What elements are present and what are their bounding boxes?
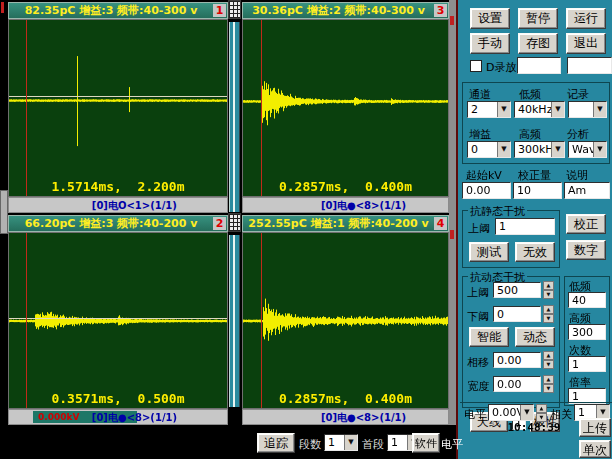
run-button[interactable]: 运行 xyxy=(566,8,606,29)
start-kv-field[interactable]: 0.00 xyxy=(462,182,511,199)
analysis-select[interactable]: Wave ▼ xyxy=(568,141,607,158)
panel-3-waveform-display[interactable]: 0.3571ms, 0.500m xyxy=(8,232,228,409)
dynamic-noise-group: 抗动态干扰 上阈 500 ▲ ▼ 下阈 0 ▲ ▼ 智能 动态 相移 0.00 … xyxy=(462,276,560,408)
start-kv-label: 起始kV xyxy=(466,168,502,183)
waveform-panel-4: 252.55pC 增益:1 频带:40-200 v 4 0.2857ms, 0.… xyxy=(242,215,449,425)
static-noise-group-title: 抗静态干扰 xyxy=(468,204,527,219)
panel-4-header[interactable]: 252.55pC 增益:1 频带:40-200 v 4 xyxy=(242,215,449,232)
spin-up-icon[interactable]: ▲ xyxy=(543,375,554,384)
record-field-1[interactable] xyxy=(517,57,561,74)
gain-label: 增益 xyxy=(469,127,491,142)
chevron-down-icon[interactable]: ▼ xyxy=(551,102,564,117)
dynamic-upper-field[interactable]: 500 xyxy=(493,282,541,298)
chevron-down-icon[interactable]: ▼ xyxy=(551,142,564,157)
record-label: 记录 xyxy=(567,87,589,102)
correction-field[interactable]: 10 xyxy=(513,182,562,199)
chevron-down-icon[interactable]: ▼ xyxy=(497,102,510,117)
dynamic-lower-field[interactable]: 0 xyxy=(493,306,541,322)
smart-button[interactable]: 智能 xyxy=(469,327,509,347)
frequency-column-group: 低频 40 高频 300 次数 1 倍率 1 xyxy=(564,276,610,406)
software-button[interactable]: 软件 xyxy=(412,433,440,453)
clock-readout: 10:48:39 xyxy=(494,421,574,434)
record-field-2[interactable] xyxy=(567,57,612,74)
dynamic-button[interactable]: 动态 xyxy=(515,327,555,347)
low-freq-label: 低频 xyxy=(519,87,541,102)
width-spinner[interactable]: ▲ ▼ xyxy=(543,375,554,393)
panel-2-title: 30.36pC 增益:2 频带:40-300 v xyxy=(243,3,434,18)
spin-down-icon[interactable]: ▼ xyxy=(543,384,554,393)
freq-low-field[interactable]: 40 xyxy=(568,292,606,308)
panel-3-waveform-canvas xyxy=(9,233,227,408)
gain-select[interactable]: 0 ▼ xyxy=(467,141,511,158)
trace-button[interactable]: 追踪 xyxy=(257,433,295,453)
times-field[interactable]: 1 xyxy=(568,356,606,372)
spin-down-icon[interactable]: ▼ xyxy=(543,290,554,299)
spin-down-icon[interactable]: ▼ xyxy=(543,360,554,369)
phase-spinner[interactable]: ▲ ▼ xyxy=(543,351,554,369)
spin-down-icon[interactable]: ▼ xyxy=(543,314,554,323)
dynamic-lower-spinner[interactable]: ▲ ▼ xyxy=(543,305,554,323)
chevron-down-icon[interactable]: ▼ xyxy=(497,142,510,157)
chevron-down-icon[interactable]: ▼ xyxy=(344,435,357,450)
waveform-panel-3: 66.20pC 增益:3 频带:40-200 v 2 0.3571ms, 0.5… xyxy=(8,215,228,425)
level-spinner[interactable]: ▲ ▼ xyxy=(536,404,547,422)
exit-button[interactable]: 退出 xyxy=(566,33,606,54)
settings-button[interactable]: 设置 xyxy=(470,8,510,29)
width-field[interactable]: 0.00 xyxy=(493,376,541,392)
single-shot-button[interactable]: 单次 xyxy=(579,440,611,458)
app-window: 82.35pC 增益:3 频带:40-300 v 1 1.5714ms, 2.2… xyxy=(0,0,612,459)
grid-icon[interactable] xyxy=(228,0,241,19)
save-image-button[interactable]: 存图 xyxy=(518,33,558,54)
panel-1-waveform-display[interactable]: 1.5714ms, 2.200m xyxy=(8,19,228,197)
grid-icon[interactable] xyxy=(228,213,241,232)
spin-up-icon[interactable]: ▲ xyxy=(543,281,554,290)
panel-2-waveform-display[interactable]: 0.2857ms, 0.400m xyxy=(242,19,449,197)
note-label: 说明 xyxy=(566,168,588,183)
manual-button[interactable]: 手动 xyxy=(470,33,510,54)
panel-1-header[interactable]: 82.35pC 增益:3 频带:40-300 v 1 xyxy=(8,2,228,19)
panel-2-header[interactable]: 30.36pC 增益:2 频带:40-300 v 3 xyxy=(242,2,449,19)
spin-up-icon[interactable]: ▲ xyxy=(543,351,554,360)
static-upper-label: 上阈 xyxy=(468,221,490,236)
vertical-splitter-bar[interactable] xyxy=(229,235,240,407)
chevron-down-icon[interactable]: ▼ xyxy=(593,102,606,117)
note-field[interactable]: Am xyxy=(564,182,610,199)
panel-3-measurement: 0.3571ms, 0.500m xyxy=(9,391,227,406)
panel-4-waveform-canvas xyxy=(243,233,448,408)
right-edge-strip xyxy=(449,0,456,425)
static-upper-field[interactable]: 1 xyxy=(495,218,555,235)
record-playback-checkbox[interactable] xyxy=(470,60,482,72)
segments-select[interactable]: 1 ▼ xyxy=(324,434,358,451)
panel-1-title: 82.35pC 增益:3 频带:40-300 v xyxy=(9,3,213,18)
low-freq-value: 40kHz xyxy=(518,103,552,116)
first-segment-value: 1 xyxy=(391,436,398,449)
acquisition-group: 通道 低频 记录 2 ▼ 40kHz ▼ ▼ 增益 高频 分析 0 ▼ xyxy=(462,82,610,164)
digital-button[interactable]: 数字 xyxy=(566,240,606,260)
level-select[interactable]: 0.00V ▼ xyxy=(488,404,534,421)
record-select[interactable]: ▼ xyxy=(568,101,607,118)
splitter-grip[interactable] xyxy=(0,190,8,234)
pause-button[interactable]: 暂停 xyxy=(518,8,558,29)
upload-button[interactable]: 上传 xyxy=(579,418,611,437)
panel-4-waveform-display[interactable]: 0.2857ms, 0.400m xyxy=(242,232,449,409)
invalid-button[interactable]: 无效 xyxy=(515,242,555,262)
panel-2-waveform-canvas xyxy=(243,20,448,196)
high-freq-select[interactable]: 300kHz ▼ xyxy=(514,141,565,158)
panel-1-measurement: 1.5714ms, 2.200m xyxy=(9,179,227,194)
chevron-down-icon[interactable]: ▼ xyxy=(520,405,533,420)
bottom-bar: 追踪 段数 1 ▼ 首段 1 ▼ 软件 电平 xyxy=(0,425,456,459)
calibrate-button[interactable]: 校正 xyxy=(566,214,606,234)
low-freq-select[interactable]: 40kHz ▼ xyxy=(514,101,565,118)
freq-high-field[interactable]: 300 xyxy=(568,324,606,340)
panel-1-status-bar: [0]电O<1>(1/1) xyxy=(8,197,228,213)
spin-up-icon[interactable]: ▲ xyxy=(536,404,547,413)
phase-field[interactable]: 0.00 xyxy=(493,352,541,368)
panel-3-header[interactable]: 66.20pC 增益:3 频带:40-200 v 2 xyxy=(8,215,228,232)
vertical-splitter-bar[interactable] xyxy=(229,22,240,212)
chevron-down-icon[interactable]: ▼ xyxy=(593,142,606,157)
dynamic-upper-spinner[interactable]: ▲ ▼ xyxy=(543,281,554,299)
panel-1-waveform-canvas xyxy=(9,20,227,196)
channel-select[interactable]: 2 ▼ xyxy=(467,101,511,118)
test-button[interactable]: 测试 xyxy=(469,242,509,262)
spin-up-icon[interactable]: ▲ xyxy=(543,305,554,314)
